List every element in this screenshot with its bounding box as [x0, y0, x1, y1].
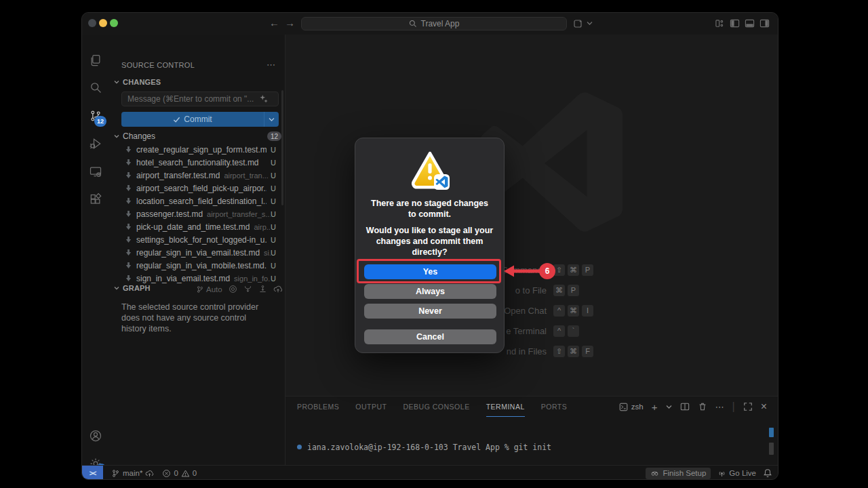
commit-dropdown-icon[interactable]: [264, 112, 279, 127]
commit-message-input[interactable]: Message (⌘Enter to commit on "...: [121, 92, 279, 106]
zoom-traffic-light[interactable]: [110, 19, 118, 27]
file-name: airport_search_field_pick-up_airpor...: [136, 184, 267, 193]
graph-section-header[interactable]: GRAPH: [113, 284, 151, 292]
commit-button[interactable]: Commit: [121, 112, 279, 127]
changes-tree-label: Changes: [123, 131, 155, 141]
generate-commit-message-icon[interactable]: [259, 94, 269, 104]
chevron-down-icon: [113, 133, 120, 140]
chevron-down-icon[interactable]: [587, 21, 597, 32]
maximize-panel-icon[interactable]: [743, 402, 753, 411]
toggle-primary-sidebar-icon[interactable]: [730, 18, 741, 29]
tab-debug-console[interactable]: DEBUG CONSOLE: [403, 396, 470, 417]
changed-file-row[interactable]: passenger.test.md airport_transfer_s... …: [109, 207, 285, 220]
keycap: ⌘: [568, 264, 579, 276]
shell-label: zsh: [631, 403, 644, 411]
fetch-icon[interactable]: [243, 285, 252, 293]
changed-file-row[interactable]: regular_sign_in_via_email.test.md si... …: [109, 246, 285, 259]
tab-ports[interactable]: PORTS: [541, 396, 567, 417]
file-name: pick-up_date_and_time.test.md: [136, 222, 250, 232]
search-icon: [409, 20, 417, 28]
tab-output[interactable]: OUTPUT: [355, 396, 387, 417]
toggle-secondary-sidebar-icon[interactable]: [760, 18, 770, 29]
publish-cloud-icon: [145, 469, 154, 478]
bottom-panel: PROBLEMS OUTPUT DEBUG CONSOLE TERMINAL P…: [285, 396, 778, 465]
remote-indicator[interactable]: ><: [82, 466, 103, 480]
extensions-icon[interactable]: [82, 186, 109, 214]
pull-icon[interactable]: [258, 285, 267, 293]
changes-tree-header[interactable]: Changes 12: [113, 131, 281, 141]
overview-ruler-scroll-mark[interactable]: [769, 443, 774, 455]
changed-file-row[interactable]: airport_search_field_pick-up_airpor... U: [109, 182, 285, 195]
remote-explorer-icon[interactable]: [82, 158, 109, 185]
explorer-icon[interactable]: [82, 47, 109, 74]
copilot-icon[interactable]: [573, 18, 584, 29]
status-bar: >< main* 0 0 Finish Setup: [82, 465, 778, 480]
more-actions-icon[interactable]: ⋯: [267, 60, 275, 70]
shell-selector[interactable]: zsh: [619, 403, 644, 411]
accounts-icon[interactable]: [82, 422, 109, 449]
changes-count-badge: 12: [267, 131, 281, 141]
branch-status-item[interactable]: main*: [111, 469, 154, 478]
chevron-down-icon[interactable]: [666, 405, 672, 409]
sidebar-scrollbar[interactable]: [281, 90, 283, 205]
file-name: passenger.test.md: [136, 209, 203, 219]
always-button[interactable]: Always: [364, 284, 496, 299]
panel-more-icon[interactable]: ⋯: [715, 402, 724, 412]
changed-file-row[interactable]: create_regular_sign_up_form.test.md U: [109, 143, 285, 156]
kill-terminal-icon[interactable]: [698, 402, 707, 411]
file-secondary: airp...: [254, 223, 271, 231]
highlight-rectangle: [357, 259, 501, 283]
minimize-traffic-light[interactable]: [99, 19, 107, 27]
dialog-message-body: Would you like to stage all your changes…: [366, 225, 494, 258]
run-debug-icon[interactable]: [82, 130, 109, 157]
changes-section-header[interactable]: CHANGES: [113, 78, 161, 86]
file-status: U: [271, 184, 276, 192]
split-terminal-icon[interactable]: [680, 402, 690, 411]
error-icon: [162, 469, 171, 478]
shortcut-label: Open Chat: [504, 306, 547, 316]
changes-header-label: CHANGES: [123, 78, 161, 86]
close-panel-icon[interactable]: ×: [761, 401, 767, 413]
graph-auto-toggle[interactable]: Auto: [196, 285, 222, 293]
error-count: 0: [174, 469, 178, 477]
go-live-item[interactable]: Go Live: [717, 469, 756, 478]
notifications-bell-icon[interactable]: [763, 468, 772, 478]
cancel-button[interactable]: Cancel: [364, 329, 496, 344]
markdown-file-icon: [125, 274, 132, 282]
changed-file-row[interactable]: hotel_search_functionality.test.md U: [109, 156, 285, 169]
toggle-panel-icon[interactable]: [745, 18, 755, 29]
keycap: P: [582, 264, 593, 276]
search-icon[interactable]: [82, 74, 109, 101]
finish-setup-item[interactable]: Finish Setup: [646, 468, 711, 479]
never-button[interactable]: Never: [364, 304, 496, 319]
target-icon[interactable]: [229, 285, 237, 293]
branch-icon: [111, 469, 120, 478]
forward-icon[interactable]: →: [285, 17, 295, 28]
changed-file-row[interactable]: sign_in_via_email.test.md sign_in_fo... …: [109, 272, 285, 285]
command-center-search[interactable]: Travel App: [301, 17, 567, 30]
changed-file-row[interactable]: location_search_field_destination_l... U: [109, 195, 285, 207]
file-status: U: [271, 236, 276, 244]
keycap: F: [582, 346, 593, 357]
cloud-upload-icon[interactable]: [273, 285, 283, 293]
changed-file-row[interactable]: settings_block_for_not_logged-in_u... U: [109, 233, 285, 246]
new-terminal-icon[interactable]: +: [652, 401, 658, 413]
file-secondary: airport_tran...: [224, 171, 271, 180]
file-status: U: [271, 146, 276, 154]
tab-terminal[interactable]: TERMINAL: [486, 396, 525, 417]
annotation-arrow-icon: [504, 263, 540, 279]
changed-file-row[interactable]: pick-up_date_and_time.test.md airp... U: [109, 220, 285, 233]
markdown-file-icon: [125, 146, 132, 153]
file-secondary: sign_in_fo...: [234, 274, 271, 283]
commit-button-main[interactable]: Commit: [121, 115, 264, 124]
customize-layout-icon[interactable]: [715, 18, 726, 29]
tab-problems[interactable]: PROBLEMS: [297, 396, 339, 417]
source-control-icon[interactable]: 12: [82, 102, 109, 129]
file-status: U: [271, 249, 276, 257]
source-control-panel: SOURCE CONTROL ⋯ CHANGES Message (⌘Enter…: [109, 35, 285, 465]
close-traffic-light[interactable]: [88, 19, 96, 27]
problems-status-item[interactable]: 0 0: [162, 469, 197, 478]
changed-file-row[interactable]: regular_sign_in_via_mobile.test.md... U: [109, 259, 285, 272]
changed-file-row[interactable]: airport_transfer.test.md airport_tran...…: [109, 169, 285, 182]
back-icon[interactable]: ←: [269, 17, 279, 28]
